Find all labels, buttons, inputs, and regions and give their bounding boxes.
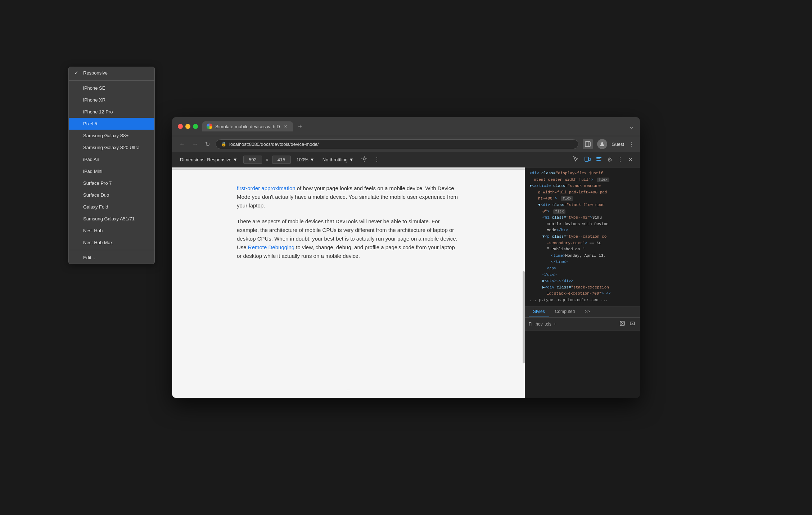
remote-debugging-link[interactable]: Remote Debugging <box>248 244 294 250</box>
tab-more[interactable]: >> <box>581 306 594 317</box>
paragraph-1: first-order approximation of how your pa… <box>237 184 460 210</box>
devtools-panel: <div class="display-flex justif ntent-ce… <box>525 167 640 398</box>
traffic-lights <box>178 124 198 129</box>
devtools-close-icon[interactable]: ✕ <box>627 155 634 165</box>
code-line-11: ▼<p class="type--caption co <box>542 234 636 240</box>
reload-button[interactable]: ↻ <box>204 140 211 148</box>
sensors-icon[interactable] <box>360 154 369 165</box>
close-button[interactable] <box>178 124 183 129</box>
inspect-element-icon[interactable] <box>571 154 581 165</box>
svg-rect-9 <box>589 158 590 161</box>
devtools-code-view: <div class="display-flex justif ntent-ce… <box>525 167 640 306</box>
code-line-19: ▶<div class="stack-exception <box>542 285 636 291</box>
code-line-8: <h1 class="type--h2">Simu <box>542 215 636 221</box>
tab-computed[interactable]: Computed <box>551 306 579 317</box>
forward-button[interactable]: → <box>191 140 199 148</box>
secure-icon: 🔒 <box>221 142 226 147</box>
device-mode-icon[interactable] <box>583 154 592 165</box>
code-line-4: g width-full pad-left-400 pad <box>538 189 636 196</box>
code-line-16: </p> <box>547 265 636 272</box>
title-bar: Simulate mobile devices with D ✕ + ⌄ <box>172 117 640 136</box>
filter-fi-label: Fi <box>529 322 532 327</box>
toggle-devtools-button[interactable] <box>583 139 593 149</box>
more-options-icon[interactable]: ⋮ <box>373 155 381 165</box>
dimensions-arrow: ▼ <box>233 157 238 162</box>
zoom-button[interactable]: 100% ▼ <box>294 156 317 164</box>
new-tab-button[interactable]: + <box>296 122 304 131</box>
dimension-cross: × <box>266 157 269 162</box>
svg-rect-11 <box>596 158 600 159</box>
devtools-filter-row: Fi :hov .cls + <box>525 318 640 331</box>
filter-hov-label[interactable]: :hov <box>534 322 543 327</box>
filter-icon-box[interactable] <box>618 319 626 329</box>
code-line-15: </time> <box>551 259 636 265</box>
settings-icon[interactable]: ⚙ <box>606 155 614 165</box>
new-style-rule-icon[interactable] <box>628 319 636 329</box>
first-order-link[interactable]: first-order approximation <box>237 185 296 191</box>
tab-bar: Simulate mobile devices with D ✕ + <box>202 121 624 131</box>
address-bar: ← → ↻ 🔒 localhost:8080/docs/devtools/dev… <box>172 136 640 152</box>
code-line-1: <div class="display-flex justif <box>529 170 636 177</box>
filter-cls-label[interactable]: .cls <box>545 322 551 327</box>
dimensions-dropdown-button[interactable]: Dimensions: Responsive ▼ <box>178 156 240 164</box>
svg-rect-8 <box>585 157 588 161</box>
window-chevron[interactable]: ⌄ <box>629 122 634 130</box>
browser-menu[interactable]: ⋮ <box>628 141 634 148</box>
maximize-button[interactable] <box>193 124 198 129</box>
throttle-arrow: ▼ <box>349 157 354 162</box>
code-line-9: mobile devices with Device <box>547 221 636 228</box>
code-line-5: ht-400"> flex <box>538 196 636 202</box>
elements-panel-icon[interactable] <box>594 154 604 165</box>
tab-close-button[interactable]: ✕ <box>283 124 289 129</box>
minimize-button[interactable] <box>185 124 190 129</box>
svg-point-3 <box>363 158 365 160</box>
content-area: first-order approximation of how your pa… <box>172 167 640 398</box>
width-input[interactable] <box>243 156 262 164</box>
back-button[interactable]: ← <box>178 140 186 148</box>
devtools-toolbar: Dimensions: Responsive ▼ × 100% ▼ No thr… <box>172 152 640 167</box>
code-line-10: Mode</h1> <box>547 227 636 234</box>
tab-title: Simulate mobile devices with D <box>215 124 280 129</box>
code-line-17: </div> <box>542 272 636 278</box>
throttle-button[interactable]: No throttling ▼ <box>320 156 356 164</box>
svg-rect-10 <box>596 157 601 158</box>
height-input[interactable] <box>272 156 291 164</box>
viewport: first-order approximation of how your pa… <box>172 167 525 398</box>
svg-rect-12 <box>596 160 601 161</box>
guest-label: Guest <box>612 142 624 147</box>
active-tab[interactable]: Simulate mobile devices with D ✕ <box>202 121 293 131</box>
url-text: localhost:8080/docs/devtools/device-mode… <box>229 142 319 147</box>
browser-window: Simulate mobile devices with D ✕ + ⌄ ← →… <box>172 117 640 398</box>
scroll-handle[interactable] <box>523 271 525 363</box>
code-line-6: ▼<div class="stack flow-spac <box>538 202 636 209</box>
url-bar[interactable]: 🔒 localhost:8080/docs/devtools/device-mo… <box>216 139 578 149</box>
code-line-3: ▼<article class="stack measure <box>529 183 636 189</box>
chrome-favicon <box>207 124 212 129</box>
dimensions-label: Dimensions: Responsive <box>180 157 231 162</box>
devtools-tabs: Styles Computed >> <box>525 306 640 318</box>
code-line-18: ▶<div>…</div> <box>542 278 636 285</box>
address-bar-right: Guest ⋮ <box>583 139 634 149</box>
throttle-label: No throttling <box>322 157 348 162</box>
resize-handle[interactable]: ≡ <box>347 388 350 394</box>
tab-styles[interactable]: Styles <box>529 306 549 317</box>
page-content: first-order approximation of how your pa… <box>226 170 471 282</box>
avatar <box>597 139 607 149</box>
code-line-21: ... p.type--caption.color-sec ... <box>529 297 636 304</box>
code-line-14: <time>Monday, April 13, <box>551 253 636 259</box>
zoom-arrow: ▼ <box>310 157 315 162</box>
code-line-2: ntent-center width-full"> flex <box>534 177 636 183</box>
filter-add-icon[interactable]: + <box>554 322 556 327</box>
code-line-7: 0"> flex <box>542 209 636 215</box>
paragraph-2: There are aspects of mobile devices that… <box>237 217 460 260</box>
svg-rect-0 <box>585 142 590 147</box>
code-line-13: " Published on " <box>547 246 636 253</box>
devtools-more-icon[interactable]: ⋮ <box>616 155 624 165</box>
code-line-20: lg:stack-exception-700"> </ <box>547 291 636 297</box>
code-line-12: -secondary-text"> == $0 <box>547 240 636 247</box>
zoom-label: 100% <box>297 157 308 162</box>
